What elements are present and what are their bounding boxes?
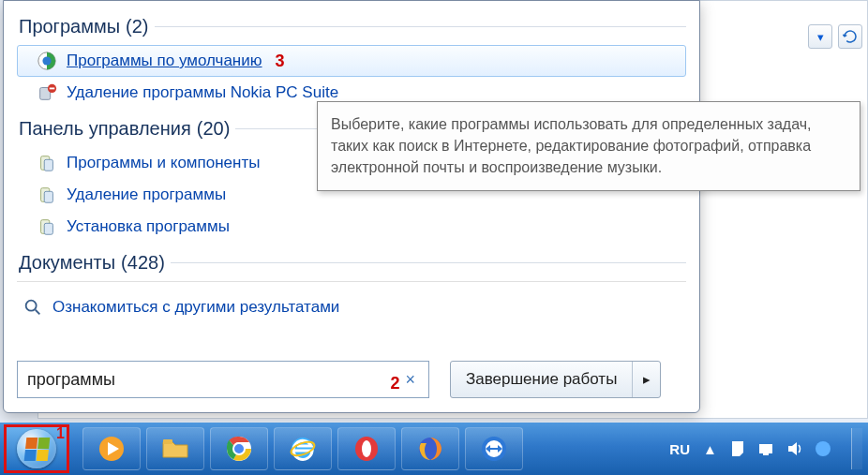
shutdown-button[interactable]: Завершение работы xyxy=(451,362,632,397)
show-desktop-button[interactable] xyxy=(851,428,862,469)
view-dropdown-button[interactable]: ▾ xyxy=(808,24,832,49)
section-count: (20) xyxy=(197,118,231,140)
windows-orb-icon xyxy=(17,429,56,468)
search-box[interactable]: 2 × xyxy=(17,361,429,398)
svg-rect-12 xyxy=(163,439,172,444)
see-more-label: Ознакомиться с другими результатами xyxy=(52,298,339,317)
svg-rect-5 xyxy=(44,159,52,171)
result-install-program[interactable]: Установка программы xyxy=(17,211,686,243)
shutdown-label: Завершение работы xyxy=(466,370,617,389)
tray-app-icon[interactable] xyxy=(814,439,832,458)
system-tray: RU ▲ xyxy=(669,428,862,469)
bg-toolbar: ▾ xyxy=(808,22,862,51)
default-programs-icon xyxy=(37,51,57,71)
svg-rect-9 xyxy=(44,223,52,234)
taskbar-ie[interactable] xyxy=(274,427,332,470)
start-button[interactable]: 1 xyxy=(4,424,69,473)
refresh-button[interactable] xyxy=(838,24,862,49)
programs-features-icon xyxy=(37,153,57,173)
language-indicator[interactable]: RU xyxy=(669,441,690,457)
taskbar-pinned xyxy=(82,427,523,470)
divider-line xyxy=(155,26,687,27)
svg-point-1 xyxy=(42,56,51,65)
svg-rect-24 xyxy=(763,453,769,455)
section-count: (428) xyxy=(121,252,165,274)
tray-overflow-button[interactable]: ▲ xyxy=(703,441,716,457)
media-player-icon xyxy=(97,434,127,464)
shutdown-options-button[interactable]: ▸ xyxy=(632,362,660,397)
section-title: Панель управления xyxy=(19,118,191,140)
programs-results: Программы по умолчанию 3 Удаление програ… xyxy=(17,45,686,109)
section-header-programs: Программы (2) xyxy=(19,16,686,37)
search-row: 2 × Завершение работы ▸ xyxy=(17,360,686,399)
taskbar-explorer[interactable] xyxy=(146,427,204,470)
chrome-icon xyxy=(224,434,254,464)
svg-rect-7 xyxy=(44,191,52,202)
svg-point-10 xyxy=(26,301,37,311)
chevron-right-icon: ▸ xyxy=(643,371,651,388)
uninstall-nokia-icon xyxy=(37,82,57,103)
network-icon[interactable] xyxy=(757,439,776,458)
svg-rect-23 xyxy=(759,444,772,453)
result-default-programs[interactable]: Программы по умолчанию 3 xyxy=(17,45,686,77)
annotation-2: 2 xyxy=(390,374,399,393)
annotation-1: 1 xyxy=(56,425,65,442)
shutdown-split-button: Завершение работы ▸ xyxy=(450,361,661,398)
search-icon xyxy=(22,297,43,318)
file-explorer-icon xyxy=(160,434,190,464)
thin-divider xyxy=(17,281,686,282)
start-menu: Программы (2) Программы по умолчанию 3 У… xyxy=(3,0,700,413)
divider-line xyxy=(171,262,686,263)
taskbar-firefox[interactable] xyxy=(401,427,459,470)
see-more-results[interactable]: Ознакомиться с другими результатами xyxy=(17,291,686,323)
opera-icon xyxy=(352,434,382,464)
taskbar-media-player[interactable] xyxy=(82,427,141,470)
install-program-icon xyxy=(37,216,57,237)
section-title: Программы xyxy=(19,16,120,37)
action-center-icon[interactable] xyxy=(729,439,748,458)
taskbar-teamviewer[interactable] xyxy=(465,427,523,470)
taskbar-opera[interactable] xyxy=(337,427,396,470)
chevron-down-icon: ▾ xyxy=(817,30,824,44)
taskbar: 1 RU ▲ xyxy=(0,423,868,475)
result-label: Удаление программы xyxy=(67,186,226,204)
section-header-documents: Документы (428) xyxy=(19,252,686,274)
volume-icon[interactable] xyxy=(786,439,804,458)
annotation-3: 3 xyxy=(276,52,285,71)
firefox-icon xyxy=(415,434,445,464)
refresh-icon xyxy=(842,28,859,45)
uninstall-program-icon xyxy=(37,185,57,205)
tooltip: Выберите, какие программы использовать д… xyxy=(317,101,861,191)
svg-point-25 xyxy=(816,441,831,456)
teamviewer-icon xyxy=(479,434,509,464)
tray-icons xyxy=(729,439,832,458)
result-label: Установка программы xyxy=(67,217,230,236)
result-label: Программы по умолчанию xyxy=(67,52,262,70)
result-label: Программы и компоненты xyxy=(67,154,260,172)
svg-point-19 xyxy=(362,440,371,457)
taskbar-chrome[interactable] xyxy=(210,427,268,470)
clear-search-button[interactable]: × xyxy=(399,370,421,390)
search-input[interactable] xyxy=(27,370,386,390)
section-count: (2) xyxy=(126,16,148,37)
result-label: Удаление программы Nokia PC Suite xyxy=(67,83,338,102)
ie-icon xyxy=(288,434,318,464)
tooltip-text: Выберите, какие программы использовать д… xyxy=(331,116,812,175)
section-title: Документы xyxy=(19,252,115,274)
